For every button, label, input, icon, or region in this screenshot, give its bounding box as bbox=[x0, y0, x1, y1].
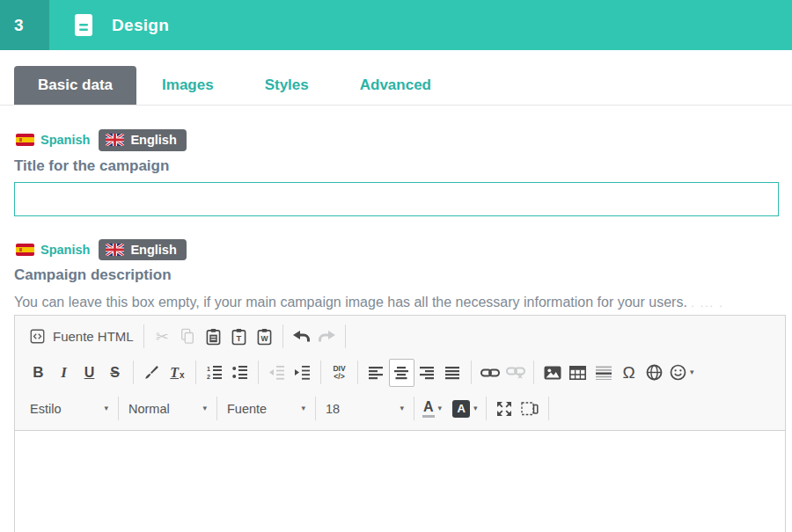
text-color-button[interactable]: A ▾ bbox=[420, 395, 444, 423]
remove-format-icon: T bbox=[170, 365, 179, 381]
underline-button[interactable]: U bbox=[77, 359, 102, 387]
horizontal-rule-button[interactable] bbox=[590, 359, 616, 387]
language-option-english[interactable]: English bbox=[99, 239, 186, 261]
toolbar-separator bbox=[345, 324, 346, 348]
chevron-down-icon: ▾ bbox=[400, 404, 404, 412]
copy-button[interactable] bbox=[175, 323, 201, 351]
redo-arrow-icon bbox=[318, 330, 336, 344]
tab-advanced[interactable]: Advanced bbox=[334, 66, 457, 105]
redo-button[interactable] bbox=[314, 323, 340, 351]
align-left-button[interactable] bbox=[363, 359, 389, 387]
copy-formatting-button[interactable] bbox=[139, 359, 165, 387]
align-right-button[interactable] bbox=[414, 359, 440, 387]
toolbar-separator bbox=[533, 361, 534, 384]
font-dropdown-value: Fuente bbox=[227, 402, 267, 416]
outdent-button[interactable] bbox=[264, 359, 290, 387]
italic-button[interactable]: I bbox=[51, 359, 77, 387]
toolbar-separator bbox=[486, 397, 487, 420]
tab-styles[interactable]: Styles bbox=[239, 66, 334, 105]
title-field-label: Title for the campaign bbox=[14, 157, 792, 175]
link-button[interactable] bbox=[477, 359, 502, 387]
description-language-switcher: Spanish English bbox=[14, 239, 792, 261]
tab-basic-data[interactable]: Basic data bbox=[14, 66, 136, 105]
chevron-down-icon: ▾ bbox=[473, 404, 478, 412]
show-blocks-button[interactable] bbox=[517, 395, 543, 423]
toolbar-separator bbox=[133, 361, 134, 384]
special-char-button[interactable]: Ω bbox=[616, 359, 642, 387]
toolbar-separator bbox=[315, 397, 316, 420]
paste-text-icon: T bbox=[231, 328, 246, 346]
justify-icon bbox=[445, 366, 460, 380]
document-icon bbox=[74, 13, 93, 37]
toolbar-separator bbox=[216, 397, 217, 420]
paste-word-icon: W bbox=[257, 328, 272, 346]
style-dropdown[interactable]: Estilo ▾ bbox=[26, 395, 113, 423]
text-color-icon: A bbox=[422, 399, 435, 418]
unlink-button[interactable] bbox=[502, 359, 528, 387]
source-html-label: Fuente HTML bbox=[53, 329, 134, 344]
numbered-list-button[interactable]: 1 2 bbox=[202, 359, 227, 387]
paste-icon bbox=[206, 328, 221, 346]
cut-button[interactable]: ✂ bbox=[150, 323, 175, 351]
language-option-spanish[interactable]: Spanish bbox=[14, 240, 92, 260]
form-area: Spanish English Title for the campaign S… bbox=[0, 129, 792, 532]
description-help-text: You can leave this box empty, if your ma… bbox=[14, 295, 792, 310]
toolbar-separator bbox=[320, 361, 321, 384]
undo-button[interactable] bbox=[289, 323, 314, 351]
iframe-button[interactable] bbox=[642, 359, 667, 387]
maximize-button[interactable] bbox=[492, 395, 517, 423]
toolbar-separator bbox=[357, 361, 358, 384]
bulleted-list-button[interactable] bbox=[227, 359, 253, 387]
div-container-icon: DIV</> bbox=[333, 365, 345, 380]
horizontal-rule-icon bbox=[596, 366, 612, 380]
editor-toolbar: Fuente HTML ✂ bbox=[15, 316, 785, 431]
background-color-button[interactable]: A ▾ bbox=[450, 395, 480, 423]
paste-from-word-button[interactable]: W bbox=[252, 323, 277, 351]
remove-format-button[interactable]: Tx bbox=[165, 359, 190, 387]
paste-as-text-button[interactable]: T bbox=[226, 323, 252, 351]
step-header[interactable]: 3 Design bbox=[0, 0, 792, 50]
paragraph-format-dropdown[interactable]: Normal ▾ bbox=[124, 395, 211, 423]
source-html-button[interactable]: Fuente HTML bbox=[26, 323, 138, 351]
strikethrough-button[interactable]: S bbox=[102, 359, 128, 387]
background-color-icon: A bbox=[452, 400, 470, 418]
toolbar-separator bbox=[195, 361, 196, 384]
copy-icon bbox=[180, 328, 195, 345]
bold-button[interactable]: B bbox=[26, 359, 51, 387]
chevron-down-icon: ▾ bbox=[104, 404, 108, 412]
font-size-dropdown[interactable]: 18 ▾ bbox=[321, 395, 408, 423]
link-icon bbox=[480, 368, 500, 378]
smiley-button[interactable]: ▾ bbox=[667, 359, 697, 387]
bulleted-list-icon bbox=[231, 365, 248, 380]
uk-flag-icon bbox=[106, 134, 124, 146]
tab-bar: Basic data Images Styles Advanced bbox=[0, 66, 792, 106]
toolbar-separator bbox=[471, 361, 472, 384]
font-dropdown[interactable]: Fuente ▾ bbox=[223, 395, 310, 423]
show-blocks-icon bbox=[521, 402, 539, 416]
font-size-value: 18 bbox=[326, 402, 340, 416]
create-div-button[interactable]: DIV</> bbox=[326, 359, 352, 387]
indent-button[interactable] bbox=[290, 359, 315, 387]
paste-button[interactable] bbox=[201, 323, 226, 351]
indent-icon bbox=[294, 365, 311, 380]
insert-table-button[interactable] bbox=[565, 359, 590, 387]
toolbar-row-3: Estilo ▾ Normal ▾ Fuente ▾ 18 ▾ bbox=[26, 390, 774, 426]
justify-button[interactable] bbox=[440, 359, 466, 387]
svg-text:W: W bbox=[260, 334, 268, 343]
image-icon bbox=[544, 366, 561, 380]
chevron-down-icon: ▾ bbox=[301, 404, 305, 412]
style-dropdown-value: Estilo bbox=[30, 402, 61, 416]
insert-image-button[interactable] bbox=[539, 359, 565, 387]
language-option-english[interactable]: English bbox=[99, 129, 186, 151]
omega-icon: Ω bbox=[622, 364, 634, 381]
editor-content-area[interactable] bbox=[15, 431, 785, 532]
paintbrush-icon bbox=[143, 364, 160, 381]
language-option-spanish[interactable]: Spanish bbox=[14, 130, 92, 150]
truncated-text-fragment: . ... . bbox=[691, 297, 723, 310]
language-label: Spanish bbox=[40, 134, 90, 147]
align-center-button[interactable] bbox=[389, 359, 414, 387]
strikethrough-icon: S bbox=[110, 365, 120, 381]
scissors-icon: ✂ bbox=[156, 329, 169, 345]
campaign-title-input[interactable] bbox=[14, 182, 779, 216]
tab-images[interactable]: Images bbox=[136, 66, 239, 105]
